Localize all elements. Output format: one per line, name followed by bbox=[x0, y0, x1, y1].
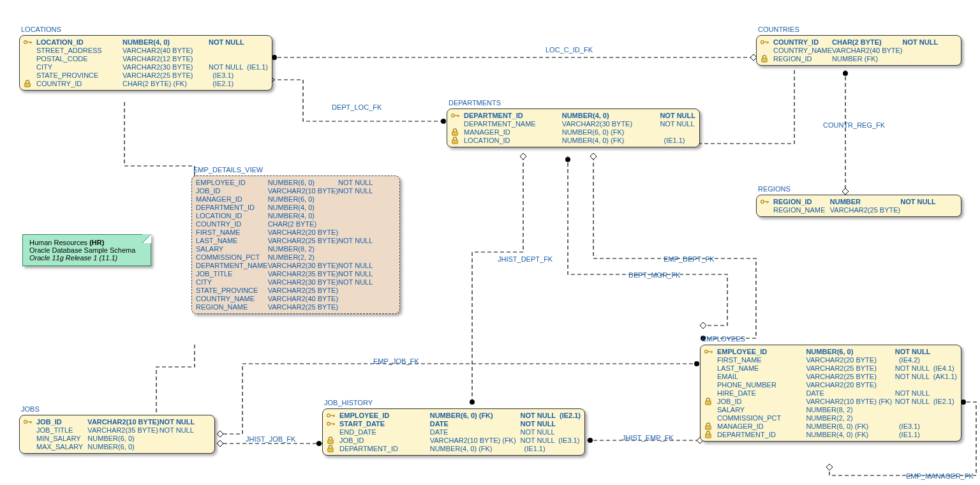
svg-point-36 bbox=[761, 200, 764, 204]
lock-icon bbox=[704, 431, 717, 438]
svg-point-18 bbox=[961, 399, 966, 405]
col-constraint: NOT NULL bbox=[520, 428, 581, 436]
col-name: SALARY bbox=[196, 245, 268, 253]
col-constraint: NOT NULL bbox=[338, 278, 396, 286]
fk-label-dept-loc: DEPT_LOC_FK bbox=[332, 103, 382, 111]
col-type: VARCHAR2(30 BYTE) bbox=[562, 120, 660, 128]
fk-label-emp-dept: EMP_DEPT_FK bbox=[664, 255, 714, 263]
fk-label-jhist-job: JHIST_JOB_FK bbox=[246, 435, 295, 443]
col-type: VARCHAR2(25 BYTE) bbox=[830, 206, 900, 214]
col-name: COUNTRY_ID bbox=[773, 38, 832, 46]
svg-rect-53 bbox=[328, 448, 334, 452]
key-icon bbox=[761, 198, 773, 205]
col-type: VARCHAR2(25 BYTE) bbox=[806, 373, 895, 380]
svg-rect-47 bbox=[334, 415, 335, 416]
col-type: NUMBER(4, 0) bbox=[268, 204, 338, 211]
entity-regions[interactable]: REGIONS REGION_IDNUMBERNOT NULLREGION_NA… bbox=[756, 195, 961, 217]
fk-label-dept-mgr: DEPT_MGR_FK bbox=[628, 271, 680, 279]
lock-icon bbox=[327, 436, 339, 444]
col-name: LAST_NAME bbox=[717, 364, 806, 372]
svg-point-25 bbox=[761, 41, 764, 44]
svg-point-0 bbox=[272, 55, 277, 60]
svg-marker-9 bbox=[700, 322, 706, 329]
col-type: VARCHAR2(35 BYTE) bbox=[87, 426, 159, 434]
col-constraint: (IE1.1) bbox=[895, 431, 957, 438]
col-type: CHAR(2 BYTE) (FK) bbox=[122, 80, 209, 87]
lock-icon bbox=[327, 445, 339, 452]
col-constraint bbox=[338, 253, 396, 261]
entity-employees[interactable]: EMPLOYEES EMPLOYEE_IDNUMBER(6, 0)NOT NUL… bbox=[700, 345, 961, 442]
col-type: NUMBER(2, 2) bbox=[268, 253, 338, 261]
col-type: DATE bbox=[806, 389, 895, 397]
blank-icon bbox=[24, 435, 36, 442]
col-name: PHONE_NUMBER bbox=[717, 381, 806, 389]
entity-title: LOCATIONS bbox=[21, 26, 61, 33]
col-name: STATE_PROVINCE bbox=[196, 287, 268, 294]
blank-icon bbox=[704, 356, 717, 364]
svg-rect-38 bbox=[767, 201, 768, 203]
blank-icon bbox=[24, 47, 36, 54]
col-constraint bbox=[338, 295, 396, 302]
col-constraint bbox=[338, 245, 396, 253]
svg-point-20 bbox=[24, 41, 27, 44]
col-constraint: NOT NULL (IE1.1) bbox=[209, 63, 268, 71]
svg-rect-46 bbox=[333, 415, 334, 417]
col-constraint: (IE2.1) bbox=[209, 80, 268, 87]
svg-point-48 bbox=[327, 422, 330, 426]
col-type: VARCHAR2(10 BYTE) bbox=[87, 418, 159, 426]
col-type: VARCHAR2(20 BYTE) bbox=[268, 228, 338, 236]
entity-departments[interactable]: DEPARTMENTS DEPARTMENT_IDNUMBER(4, 0)NOT… bbox=[447, 108, 700, 147]
entity-job-history[interactable]: JOB_HISTORY EMPLOYEE_IDNUMBER(6, 0) (FK)… bbox=[322, 408, 585, 456]
col-constraint bbox=[160, 443, 211, 451]
col-constraint: (IE1.1) bbox=[520, 445, 581, 452]
col-name: JOB_ID bbox=[717, 398, 806, 405]
blank-icon bbox=[704, 381, 717, 389]
entity-countries[interactable]: COUNTRIES COUNTRY_IDCHAR(2 BYTE)NOT NULL… bbox=[756, 35, 961, 66]
svg-point-44 bbox=[327, 414, 330, 417]
col-name: MAX_SALARY bbox=[36, 443, 87, 451]
svg-point-7 bbox=[470, 399, 475, 405]
blank-icon bbox=[24, 443, 36, 451]
col-type: NUMBER(6, 0) bbox=[268, 179, 338, 186]
col-name: DEPARTMENT_NAME bbox=[196, 262, 268, 269]
col-name: END_DATE bbox=[339, 428, 430, 436]
col-name: REGION_ID bbox=[773, 55, 832, 63]
fk-label-emp-job: EMP_JOB_FK bbox=[373, 357, 419, 365]
svg-rect-22 bbox=[30, 41, 31, 43]
blank-icon bbox=[704, 373, 717, 380]
entity-title: DEPARTMENTS bbox=[449, 99, 501, 107]
col-type: DATE bbox=[430, 420, 521, 428]
col-type: CHAR(2 BYTE) bbox=[268, 220, 338, 228]
note-text1: Human Resources bbox=[29, 239, 89, 246]
blank-icon bbox=[704, 364, 717, 372]
lock-icon bbox=[704, 398, 717, 405]
entity-title: JOB_HISTORY bbox=[324, 399, 373, 407]
entity-title: EMPLOYEES bbox=[702, 335, 745, 343]
blank-icon bbox=[704, 406, 717, 414]
key-icon bbox=[24, 38, 36, 46]
fk-label-jhist-dept: JHIST_DEPT_FK bbox=[498, 255, 553, 263]
col-name: DEPARTMENT_ID bbox=[464, 112, 562, 119]
entity-title: REGIONS bbox=[758, 185, 791, 193]
entity-locations[interactable]: LOCATIONS LOCATION_IDNUMBER(4, 0)NOT NUL… bbox=[19, 35, 272, 91]
fk-label-countr-reg: COUNTR_REG_FK bbox=[823, 121, 885, 129]
col-name: JOB_TITLE bbox=[36, 426, 87, 434]
svg-rect-27 bbox=[767, 41, 768, 43]
schema-note: Human Resources (HR) Oracle Database Sam… bbox=[22, 234, 151, 266]
col-constraint: NOT NULL bbox=[338, 187, 396, 195]
col-name: COUNTRY_NAME bbox=[196, 295, 268, 302]
col-name: CITY bbox=[196, 278, 268, 286]
col-type: VARCHAR2(40 BYTE) bbox=[268, 295, 338, 302]
col-type: DATE bbox=[430, 428, 521, 436]
col-name: LOCATION_ID bbox=[464, 137, 562, 144]
lock-icon bbox=[451, 137, 464, 144]
col-type: VARCHAR2(10 BYTE) (FK) bbox=[430, 436, 521, 444]
view-emp-details[interactable]: EMP_DETAILS_VIEW EMPLOYEE_IDNUMBER(6, 0)… bbox=[191, 175, 400, 314]
col-name: COUNTRY_NAME bbox=[773, 47, 832, 54]
col-type: NUMBER(4, 0) (FK) bbox=[806, 431, 895, 438]
svg-rect-50 bbox=[333, 423, 334, 425]
entity-jobs[interactable]: JOBS JOB_IDVARCHAR2(10 BYTE)NOT NULLJOB_… bbox=[19, 415, 215, 454]
col-constraint bbox=[895, 381, 957, 389]
col-constraint: NOT NULL bbox=[520, 420, 581, 428]
col-type: NUMBER(6, 0) bbox=[806, 348, 895, 355]
